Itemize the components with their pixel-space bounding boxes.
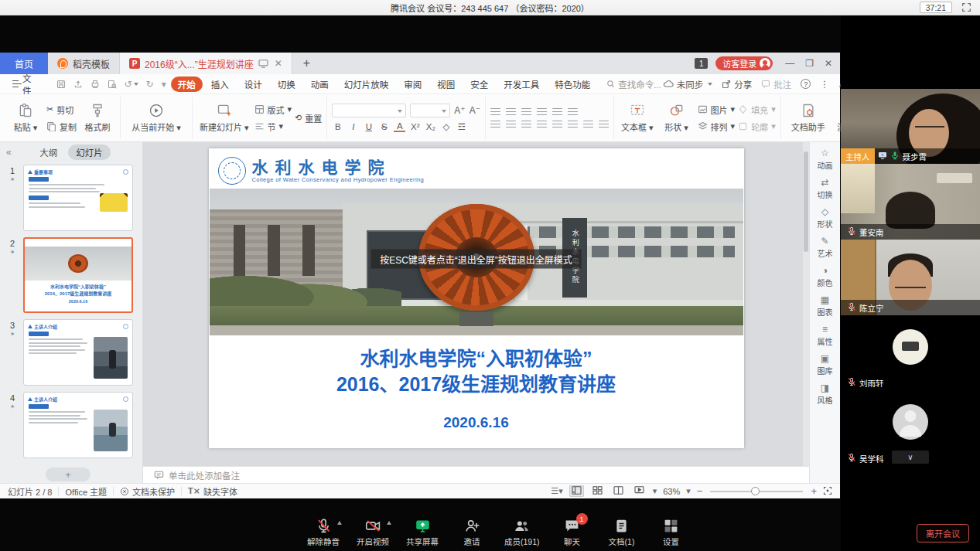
cut-button[interactable]: ✂剪切 bbox=[46, 104, 77, 116]
notes-bar[interactable]: 单击此处添加备注 bbox=[143, 466, 809, 483]
menu-视图[interactable]: 视图 bbox=[430, 77, 462, 92]
decrease-font-button[interactable]: A⁻ bbox=[470, 105, 480, 116]
font-style-button-I[interactable]: I bbox=[347, 122, 359, 131]
menu-开始[interactable]: 开始 bbox=[171, 77, 203, 92]
font-style-button-X₂[interactable]: X₂ bbox=[425, 122, 436, 131]
zoom-level[interactable]: 63% bbox=[663, 487, 680, 496]
justify-icon[interactable] bbox=[537, 121, 547, 128]
align-right-icon[interactable] bbox=[521, 121, 531, 128]
font-style-button-U[interactable]: U bbox=[363, 122, 374, 131]
tab-document[interactable]: P 2016级“入...”生涯规划讲座 ✕ bbox=[120, 53, 292, 74]
zoom-slider-thumb[interactable] bbox=[751, 487, 760, 495]
sync-status[interactable]: 未同步 bbox=[663, 78, 713, 90]
slides-tab[interactable]: 幻灯片 bbox=[68, 145, 111, 160]
panel-item-形状[interactable]: ◇形状 bbox=[818, 207, 833, 230]
panel-item-图库[interactable]: ▣图库 bbox=[818, 354, 833, 376]
missing-font-status[interactable]: T⨯ 缺失字体 bbox=[188, 485, 237, 498]
font-size-select[interactable] bbox=[410, 104, 450, 117]
command-search[interactable]: 查找命令... bbox=[606, 78, 661, 90]
restore-icon[interactable]: ❐ bbox=[805, 58, 814, 69]
export-icon[interactable] bbox=[70, 80, 86, 89]
decrease-indent-icon[interactable] bbox=[521, 108, 531, 116]
menu-插入[interactable]: 插入 bbox=[204, 77, 236, 92]
numbering-icon[interactable] bbox=[506, 108, 516, 116]
undo-icon[interactable]: ↺ bbox=[121, 79, 142, 90]
align-left-icon[interactable] bbox=[490, 121, 500, 128]
section-button[interactable]: 节 ▾ bbox=[254, 121, 292, 133]
bullets-icon[interactable] bbox=[490, 108, 500, 116]
meeting-button-聊天[interactable]: 1聊天 bbox=[555, 518, 589, 547]
paste-button[interactable]: 粘贴 ▾ bbox=[8, 103, 43, 133]
current-slide[interactable]: 水利水电学院 College of Water Conservancy and … bbox=[209, 148, 744, 448]
meeting-button-邀请[interactable]: 邀请 bbox=[455, 518, 489, 547]
notes-toggle-icon[interactable]: ☰▾ bbox=[551, 486, 562, 496]
redo-icon[interactable]: ↻ bbox=[143, 79, 157, 90]
video-tile-陈立宁[interactable]: 陈立宁 bbox=[841, 240, 980, 315]
menu-幻灯片放映[interactable]: 幻灯片放映 bbox=[337, 77, 396, 92]
chevron-up-icon[interactable] bbox=[337, 521, 342, 525]
quickbar-more-icon[interactable]: ▾ bbox=[159, 79, 169, 90]
text-direction-icon[interactable] bbox=[552, 108, 562, 116]
video-tile-聂步霄[interactable]: 主持人聂步霄 bbox=[841, 89, 980, 164]
doc-assistant-button[interactable]: 文档助手 bbox=[786, 103, 831, 133]
fullscreen-toggle-icon[interactable] bbox=[961, 2, 972, 13]
print-icon[interactable] bbox=[87, 80, 103, 89]
menu-切换[interactable]: 切换 bbox=[271, 77, 302, 92]
video-tile-董安南[interactable]: 董安南 bbox=[841, 164, 980, 240]
arrange-button[interactable]: 排列 ▾ bbox=[698, 121, 736, 133]
outline-tab[interactable]: 大纲 bbox=[32, 145, 65, 160]
play-from-current-button[interactable]: 从当前开始 ▾ bbox=[125, 103, 187, 133]
increase-font-button[interactable]: A⁺ bbox=[454, 105, 465, 116]
close-window-icon[interactable]: ✕ bbox=[825, 58, 832, 69]
panel-item-属性[interactable]: ≡属性 bbox=[818, 325, 833, 347]
vertical-scrollbar[interactable] bbox=[803, 142, 809, 466]
reading-view-icon[interactable] bbox=[611, 485, 626, 497]
zoom-caret-icon[interactable]: ▾ bbox=[686, 486, 691, 496]
meeting-button-文档(1)[interactable]: 文档(1) bbox=[605, 518, 639, 547]
para-spacing-icon[interactable] bbox=[583, 121, 593, 128]
slide-sorter-icon[interactable] bbox=[590, 485, 605, 497]
slide-thumbnail-3[interactable]: 3✶ 主讲人介绍 bbox=[3, 319, 133, 386]
font-style-button-A[interactable]: A bbox=[394, 121, 405, 132]
share-button[interactable]: 分享 bbox=[722, 78, 752, 90]
guest-login-button[interactable]: 访客登录 bbox=[715, 56, 773, 70]
collapse-videos-chevron-icon[interactable]: ∨ bbox=[892, 451, 929, 464]
font-style-button-X²[interactable]: X² bbox=[409, 122, 421, 131]
increase-indent-icon[interactable] bbox=[537, 108, 547, 116]
slideshow-icon[interactable] bbox=[632, 485, 647, 497]
file-menu[interactable]: 文件 bbox=[6, 72, 41, 97]
meeting-button-设置[interactable]: 设置 bbox=[654, 518, 688, 547]
meeting-button-解除静音[interactable]: 解除静音 bbox=[306, 518, 340, 547]
meeting-button-共享屏幕[interactable]: 共享屏幕 bbox=[405, 518, 439, 547]
copy-button[interactable]: 复制 bbox=[46, 121, 77, 133]
view-caret-icon[interactable]: ▾ bbox=[653, 486, 657, 496]
add-slide-button[interactable]: + bbox=[46, 468, 90, 481]
highlight-icon[interactable]: ☲ bbox=[456, 121, 467, 132]
tab-templates[interactable]: 稻壳模板 bbox=[48, 53, 120, 74]
fit-slide-icon[interactable] bbox=[823, 486, 832, 497]
format-painter-button[interactable]: 格式刷 bbox=[80, 103, 115, 133]
menu-安全[interactable]: 安全 bbox=[463, 77, 495, 92]
menu-动画[interactable]: 动画 bbox=[304, 77, 336, 92]
font-family-select[interactable] bbox=[332, 104, 406, 117]
theme-name[interactable]: Office 主题 bbox=[65, 485, 107, 498]
leave-meeting-button[interactable]: 离开会议 bbox=[917, 524, 969, 542]
zoom-in-icon[interactable]: + bbox=[811, 485, 817, 497]
video-tile-刘雨轩[interactable]: 刘雨轩 bbox=[841, 315, 980, 390]
more-menu-icon[interactable]: ⋮ bbox=[820, 79, 829, 90]
panel-item-风格[interactable]: ◨风格 bbox=[818, 383, 833, 406]
panel-item-艺术[interactable]: ✎艺术 bbox=[818, 236, 833, 259]
normal-view-icon[interactable] bbox=[569, 485, 584, 497]
panel-item-图表[interactable]: ▦图表 bbox=[818, 295, 833, 318]
line-spacing-icon[interactable] bbox=[568, 121, 578, 128]
shapes-button[interactable]: 形状 ▾ bbox=[659, 103, 695, 133]
tab-home[interactable]: 首页 bbox=[0, 53, 48, 74]
menu-设计[interactable]: 设计 bbox=[237, 77, 269, 92]
slide-thumbnail-1[interactable]: 1✶ 重要事项 bbox=[3, 165, 133, 231]
help-icon[interactable]: ? bbox=[801, 79, 811, 89]
chevron-up-icon[interactable] bbox=[387, 521, 391, 525]
menu-特色功能[interactable]: 特色功能 bbox=[548, 77, 597, 92]
picture-button[interactable]: 图片 ▾ bbox=[698, 104, 736, 116]
textbox-button[interactable]: 文本框 ▾ bbox=[619, 103, 656, 133]
menu-审阅[interactable]: 审阅 bbox=[397, 77, 429, 92]
